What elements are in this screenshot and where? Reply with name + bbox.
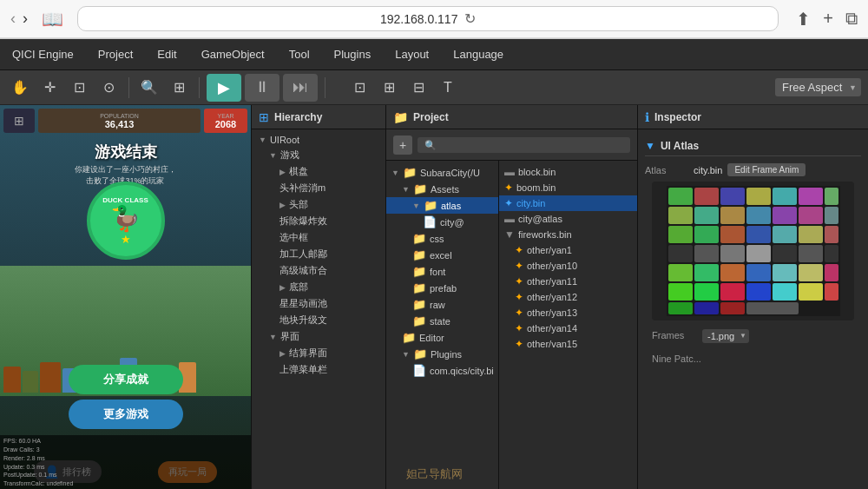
menu-item-language[interactable]: Language: [441, 39, 516, 69]
atlas-preview: [652, 182, 854, 320]
tree-item-ui[interactable]: ▼ 界面: [252, 328, 385, 345]
svg-rect-44: [694, 302, 719, 314]
add-tab-button[interactable]: +: [823, 9, 833, 30]
playmode-btn-4[interactable]: T: [435, 75, 461, 101]
zoom-tool-button[interactable]: 🔍: [136, 75, 162, 101]
tree-item-board[interactable]: ▶ 棋盘: [252, 163, 385, 180]
tree-item-game[interactable]: ▼ 游戏: [252, 147, 385, 163]
menu-item-edit[interactable]: Edit: [145, 39, 188, 69]
svg-rect-22: [668, 245, 693, 262]
tree-item-explode[interactable]: 拆除爆炸效: [252, 213, 385, 229]
folder-city-at[interactable]: 📄 city@: [386, 214, 498, 230]
file-label-city-atlas: city@atlas: [518, 214, 562, 224]
folder-plugins[interactable]: ▼ 📁 Plugins: [386, 346, 498, 362]
tree-item-upgrade[interactable]: 地块升级文: [252, 312, 385, 328]
edit-frame-anim-button[interactable]: Edit Frame Anim: [727, 163, 806, 176]
folder-css[interactable]: 📁 css: [386, 230, 498, 247]
tree-label-upgrade: 地块升级文: [279, 314, 327, 327]
tree-label-mail: 加工人邮鄙: [279, 248, 327, 261]
tree-item-head[interactable]: ▶ 头部: [252, 196, 385, 213]
menu-item-tool[interactable]: Tool: [277, 39, 322, 69]
svg-rect-32: [746, 264, 771, 281]
file-yan10[interactable]: ✦ other/yan10: [499, 258, 637, 274]
svg-rect-33: [773, 264, 797, 281]
tree-item-settlement[interactable]: ▶ 结算界面: [252, 345, 385, 361]
folder-label-prefab: prefab: [430, 283, 457, 294]
folder-raw[interactable]: 📁 raw: [386, 296, 498, 313]
menu-item-plugins[interactable]: Plugins: [322, 39, 384, 69]
play-button[interactable]: ▶: [207, 74, 241, 102]
folder-excel[interactable]: 📁 excel: [386, 247, 498, 263]
bookmark-icon[interactable]: 📖: [42, 9, 63, 30]
ui-atlas-label: UI Atlas: [661, 140, 699, 152]
camera-tool-button[interactable]: ⊙: [95, 75, 122, 101]
folder-atlas[interactable]: ▼ 📁 atlas: [386, 197, 498, 214]
file-yan1[interactable]: ✦ other/yan1: [499, 242, 637, 258]
back-button[interactable]: ‹: [10, 10, 16, 28]
tree-item-head-comp[interactable]: 头补偿消m: [252, 180, 385, 196]
folder-prefab[interactable]: 📁 prefab: [386, 280, 498, 296]
file-boom-bin[interactable]: ✦ boom.bin: [499, 180, 637, 195]
folder-assets[interactable]: ▼ 📁 Assets: [386, 181, 498, 197]
tree-item-bottom[interactable]: ▶ 底部: [252, 279, 385, 295]
pause-button[interactable]: ⏸: [245, 74, 279, 102]
aspect-dropdown[interactable]: Free Aspect: [775, 78, 861, 96]
step-button[interactable]: ⏭: [283, 74, 318, 102]
tabs-button[interactable]: ⧉: [845, 9, 858, 30]
file-van15[interactable]: ✦ other/van15: [499, 336, 637, 352]
file-block-bin[interactable]: ▬ block.bin: [499, 164, 637, 180]
tree-item-select[interactable]: 选中框: [252, 229, 385, 246]
file-label-boom-bin: boom.bin: [516, 182, 556, 193]
forward-button[interactable]: ›: [23, 10, 28, 28]
file-city-atlas[interactable]: ▬ city@atlas: [499, 211, 637, 227]
rect-tool-button[interactable]: ⊡: [66, 75, 92, 101]
tree-item-stars[interactable]: 星星动画池: [252, 295, 385, 312]
game-stat-menu[interactable]: ⊞: [3, 109, 35, 133]
playmode-btn-3[interactable]: ⊟: [405, 75, 431, 101]
file-yan11[interactable]: ✦ other/yan11: [499, 274, 637, 289]
tree-item-mail[interactable]: 加工人邮鄙: [252, 246, 385, 262]
svg-rect-25: [746, 245, 771, 262]
tree-item-city-high[interactable]: 高级城市合: [252, 262, 385, 279]
grid-tool-button[interactable]: ⊞: [166, 75, 192, 101]
svg-rect-10: [720, 207, 745, 224]
project-search-input[interactable]: [418, 137, 630, 153]
panels: ⊞ Hierarchy ▼ UIRoot ▼ 游戏 ▶ 棋盘 头补偿消m: [252, 105, 868, 489]
file-fireworks-bin[interactable]: ▼ fireworks.bin: [499, 227, 637, 242]
playmode-btn-1[interactable]: ⊡: [346, 75, 372, 101]
file-yan12[interactable]: ✦ other/yan12: [499, 289, 637, 305]
hand-tool-button[interactable]: ✋: [7, 75, 33, 101]
move-tool-button[interactable]: ✛: [36, 75, 62, 101]
file-city-bin[interactable]: ✦ city.bin: [499, 195, 637, 211]
project-left-tree: ▼ 📁 SubaraCity(/U ▼ 📁 Assets ▼ 📁 atlas: [386, 161, 499, 489]
menu-item-gameobject[interactable]: GameObject: [189, 39, 277, 69]
folder-com-qics[interactable]: 📄 com.qics/city.bi: [386, 362, 498, 379]
more-games-button[interactable]: 更多游戏: [69, 400, 183, 429]
share-button[interactable]: ⬆: [796, 9, 811, 30]
address-bar[interactable]: 192.168.0.117 ↻: [77, 6, 779, 31]
folder-state[interactable]: 📁 state: [386, 313, 498, 329]
atlas-field-row: Atlas city.bin Edit Frame Anim: [645, 162, 861, 178]
inspector-panel: ℹ Inspector ▼ UI Atlas Atlas city.bin Ed…: [638, 105, 868, 489]
menu-item-qici[interactable]: QICI Engine: [0, 39, 86, 69]
project-toolbar: +: [386, 129, 637, 161]
share-achievement-button[interactable]: 分享成就: [69, 365, 183, 394]
playmode-btn-2[interactable]: ⊞: [376, 75, 402, 101]
folder-font[interactable]: 📁 font: [386, 263, 498, 280]
menu-item-layout[interactable]: Layout: [383, 39, 441, 69]
svg-rect-42: [825, 283, 838, 301]
menu-item-project[interactable]: Project: [86, 39, 145, 69]
folder-label-plugins: Plugins: [431, 349, 462, 360]
refresh-icon[interactable]: ↻: [464, 10, 476, 27]
folder-subara[interactable]: ▼ 📁 SubaraCity(/U: [386, 164, 498, 181]
population-label: POPULATION: [100, 113, 139, 119]
atlas-preview-svg: [667, 186, 840, 316]
file-yan13[interactable]: ✦ other/yan13: [499, 305, 637, 320]
file-yan14[interactable]: ✦ other/yan14: [499, 320, 637, 336]
tree-item-popup[interactable]: 上弹菜单栏: [252, 361, 385, 378]
folder-editor[interactable]: 📁 Editor: [386, 329, 498, 346]
frames-select[interactable]: -1.png: [702, 329, 749, 343]
svg-rect-38: [720, 283, 745, 301]
tree-item-uiroot[interactable]: ▼ UIRoot: [252, 133, 385, 147]
project-add-button[interactable]: +: [393, 135, 412, 155]
